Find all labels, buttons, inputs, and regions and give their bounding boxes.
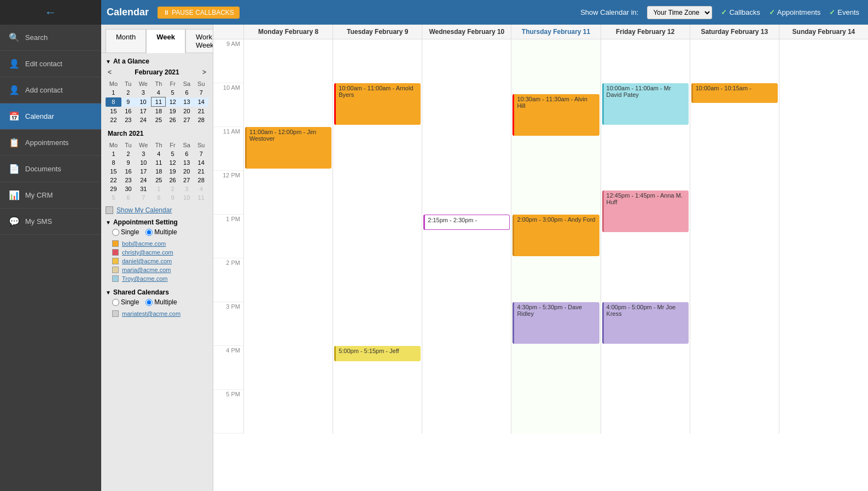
shared-multiple-radio[interactable]: Multiple xyxy=(145,298,177,306)
mar-next-1[interactable]: 1 xyxy=(152,184,166,193)
mar-6[interactable]: 6 xyxy=(179,149,194,158)
back-button[interactable]: ← xyxy=(0,0,101,25)
mar-next-2[interactable]: 2 xyxy=(166,184,179,193)
apr-5[interactable]: 5 xyxy=(106,193,121,202)
event-anna-huff[interactable]: 12:45pm - 1:45pm - Anna M. Huff xyxy=(602,190,689,232)
day-col-tuesday[interactable]: 10:00am - 11:00am - Arnold Byers 5:00pm … xyxy=(333,39,422,434)
feb-8[interactable]: 8 xyxy=(106,97,121,107)
email-maria[interactable]: maria@acme.com xyxy=(112,265,208,274)
mar-2[interactable]: 2 xyxy=(121,149,135,158)
feb-26[interactable]: 26 xyxy=(166,115,179,124)
mar-1[interactable]: 1 xyxy=(106,149,121,158)
feb-9[interactable]: 9 xyxy=(121,97,135,107)
event-alvin-hill[interactable]: 10:30am - 11:30am - Alvin Hill xyxy=(512,94,599,136)
sidebar-item-calendar[interactable]: 📅 Calendar xyxy=(0,103,101,130)
feb-18[interactable]: 18 xyxy=(152,107,166,116)
sidebar-item-edit-contact[interactable]: 👤 Edit contact xyxy=(0,51,101,77)
email-christy[interactable]: christy@acme.com xyxy=(112,248,208,257)
email-daniel[interactable]: daniel@acme.com xyxy=(112,257,208,265)
feb-24[interactable]: 24 xyxy=(135,115,152,124)
timezone-select[interactable]: Your Time Zone xyxy=(647,6,712,19)
email-mariatest[interactable]: mariatest@acme.com xyxy=(112,309,208,318)
appointments-toggle[interactable]: ✓ Appointments xyxy=(769,8,821,16)
mar-27[interactable]: 27 xyxy=(179,176,194,184)
single-radio[interactable]: Single xyxy=(112,228,139,236)
show-my-calendar[interactable]: Show My Calendar xyxy=(106,206,208,214)
feb-5[interactable]: 5 xyxy=(166,88,179,97)
email-troy[interactable]: Troy@acme.com xyxy=(112,274,208,283)
mar-18[interactable]: 18 xyxy=(152,167,166,176)
feb-19[interactable]: 19 xyxy=(166,107,179,116)
sidebar-item-documents[interactable]: 📄 Documents xyxy=(0,156,101,182)
events-toggle[interactable]: ✓ Events xyxy=(829,8,859,16)
feb-2[interactable]: 2 xyxy=(121,88,135,97)
event-215-230[interactable]: 2:15pm - 2:30pm - xyxy=(423,215,510,230)
feb-4[interactable]: 4 xyxy=(152,88,166,97)
mar-20[interactable]: 20 xyxy=(179,167,194,176)
apr-11[interactable]: 11 xyxy=(194,193,208,202)
mar-13[interactable]: 13 xyxy=(179,158,194,167)
mar-9[interactable]: 9 xyxy=(121,158,135,167)
event-saturday-1000[interactable]: 10:00am - 10:15am - xyxy=(691,83,778,103)
event-andy-ford[interactable]: 2:00pm - 3:00pm - Andy Ford xyxy=(512,215,599,256)
mar-11[interactable]: 11 xyxy=(152,158,166,167)
apr-10[interactable]: 10 xyxy=(179,193,194,202)
mar-14[interactable]: 14 xyxy=(194,158,208,167)
feb-23[interactable]: 23 xyxy=(121,115,135,124)
february-prev[interactable]: < xyxy=(108,68,112,76)
mar-7[interactable]: 7 xyxy=(194,149,208,158)
email-bob[interactable]: bob@acme.com xyxy=(112,239,208,248)
day-col-wednesday[interactable]: 2:15pm - 2:30pm - xyxy=(422,39,511,434)
sidebar-item-search[interactable]: 🔍 Search xyxy=(0,25,101,51)
day-col-sunday[interactable] xyxy=(779,39,868,434)
mar-5[interactable]: 5 xyxy=(166,149,179,158)
mar-22[interactable]: 22 xyxy=(106,176,121,184)
pause-callbacks-button[interactable]: PAUSE CALLBACKS xyxy=(158,7,240,19)
mar-21[interactable]: 21 xyxy=(194,167,208,176)
feb-14[interactable]: 14 xyxy=(194,97,208,107)
feb-10[interactable]: 10 xyxy=(135,97,152,107)
mar-28[interactable]: 28 xyxy=(194,176,208,184)
feb-12[interactable]: 12 xyxy=(166,97,179,107)
tab-week[interactable]: Week xyxy=(146,29,185,53)
event-david-patey[interactable]: 10:00am - 11:00am - Mr David Patey xyxy=(602,83,689,125)
feb-16[interactable]: 16 xyxy=(121,107,135,116)
mar-3[interactable]: 3 xyxy=(135,149,152,158)
feb-15[interactable]: 15 xyxy=(106,107,121,116)
callbacks-toggle[interactable]: ✓ Callbacks xyxy=(721,8,760,16)
mar-25[interactable]: 25 xyxy=(152,176,166,184)
apr-8[interactable]: 8 xyxy=(152,193,166,202)
event-jim-westover[interactable]: 11:00am - 12:00pm - Jim Westover xyxy=(245,127,331,169)
feb-25[interactable]: 25 xyxy=(152,115,166,124)
feb-11[interactable]: 11 xyxy=(152,97,166,107)
appointment-setting-header[interactable]: ▼ Appointment Setting xyxy=(106,218,208,226)
apr-7[interactable]: 7 xyxy=(135,193,152,202)
mar-8[interactable]: 8 xyxy=(106,158,121,167)
mar-24[interactable]: 24 xyxy=(135,176,152,184)
feb-27[interactable]: 27 xyxy=(179,115,194,124)
sidebar-item-my-crm[interactable]: 📊 My CRM xyxy=(0,182,101,209)
apr-6[interactable]: 6 xyxy=(121,193,135,202)
feb-1[interactable]: 1 xyxy=(106,88,121,97)
mar-29[interactable]: 29 xyxy=(106,184,121,193)
mar-31[interactable]: 31 xyxy=(135,184,152,193)
mar-next-4[interactable]: 4 xyxy=(194,184,208,193)
sidebar-item-my-sms[interactable]: 💬 My SMS xyxy=(0,209,101,235)
event-arnold-byers[interactable]: 10:00am - 11:00am - Arnold Byers xyxy=(334,83,421,125)
apr-9[interactable]: 9 xyxy=(166,193,179,202)
event-jeff[interactable]: 5:00pm - 5:15pm - Jeff xyxy=(334,346,421,361)
sidebar-item-add-contact[interactable]: 👤 Add contact xyxy=(0,77,101,103)
tab-work-week[interactable]: Work Week xyxy=(185,29,213,53)
feb-20[interactable]: 20 xyxy=(179,107,194,116)
day-col-saturday[interactable]: 10:00am - 10:15am - xyxy=(690,39,779,434)
feb-7[interactable]: 7 xyxy=(194,88,208,97)
multiple-radio[interactable]: Multiple xyxy=(145,228,177,236)
shared-single-radio[interactable]: Single xyxy=(112,298,139,306)
feb-3[interactable]: 3 xyxy=(135,88,152,97)
feb-13[interactable]: 13 xyxy=(179,97,194,107)
mar-10[interactable]: 10 xyxy=(135,158,152,167)
mar-4[interactable]: 4 xyxy=(152,149,166,158)
shared-calendars-header[interactable]: ▼ Shared Calendars xyxy=(106,288,208,296)
mar-next-3[interactable]: 3 xyxy=(179,184,194,193)
mar-23[interactable]: 23 xyxy=(121,176,135,184)
